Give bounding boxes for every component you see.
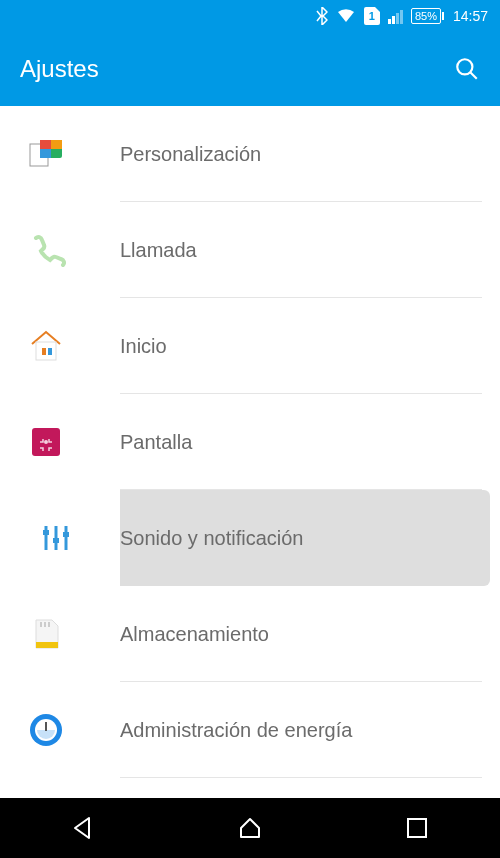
settings-item-home[interactable]: Inicio	[0, 298, 500, 394]
page-title: Ajustes	[20, 55, 99, 83]
svg-line-1	[470, 72, 477, 79]
settings-item-display[interactable]: Pantalla	[0, 394, 500, 490]
settings-item-label: Administración de energía	[120, 719, 352, 742]
recent-button[interactable]	[403, 814, 431, 842]
svg-rect-24	[45, 722, 47, 731]
search-button[interactable]	[454, 56, 480, 82]
app-header: Ajustes	[0, 32, 500, 106]
svg-rect-13	[43, 530, 49, 535]
settings-item-sound[interactable]: Sonido y notificación	[10, 490, 490, 586]
settings-item-label: Personalización	[120, 143, 261, 166]
svg-rect-21	[48, 622, 50, 627]
svg-point-0	[457, 59, 472, 74]
settings-item-personalization[interactable]: Personalización	[0, 106, 500, 202]
settings-item-power[interactable]: Administración de energía	[0, 682, 500, 778]
settings-item-label: Pantalla	[120, 431, 192, 454]
svg-rect-8	[42, 348, 46, 355]
sim-icon: 1	[364, 7, 380, 25]
svg-rect-19	[40, 622, 42, 627]
back-button[interactable]	[69, 814, 97, 842]
svg-point-11	[44, 440, 48, 444]
svg-rect-18	[36, 642, 58, 648]
settings-item-label: Almacenamiento	[120, 623, 269, 646]
wifi-icon	[336, 8, 356, 24]
battery-icon: 85%	[411, 8, 441, 24]
personalization-icon	[26, 134, 120, 174]
status-time: 14:57	[453, 8, 488, 24]
bluetooth-icon	[316, 7, 328, 25]
settings-item-call[interactable]: Llamada	[0, 202, 500, 298]
signal-icon	[388, 8, 403, 24]
display-icon	[26, 422, 120, 462]
home-icon	[26, 326, 120, 366]
call-icon	[26, 230, 120, 270]
svg-rect-9	[48, 348, 52, 355]
settings-item-label: Llamada	[120, 239, 197, 262]
svg-rect-20	[44, 622, 46, 627]
storage-icon	[26, 614, 120, 654]
svg-rect-4	[40, 140, 51, 149]
navigation-bar	[0, 798, 500, 858]
svg-rect-25	[408, 819, 426, 837]
home-button[interactable]	[236, 814, 264, 842]
sound-icon	[10, 490, 120, 586]
svg-rect-17	[63, 532, 69, 537]
settings-item-label: Inicio	[120, 335, 167, 358]
svg-rect-5	[51, 140, 62, 149]
settings-item-label: Sonido y notificación	[120, 527, 303, 550]
status-bar: 1 85% 14:57	[0, 0, 500, 32]
svg-rect-6	[40, 149, 51, 158]
power-icon	[26, 710, 120, 750]
settings-item-storage[interactable]: Almacenamiento	[0, 586, 500, 682]
svg-rect-15	[53, 538, 59, 543]
settings-list: Personalización Llamada Inicio	[0, 106, 500, 778]
